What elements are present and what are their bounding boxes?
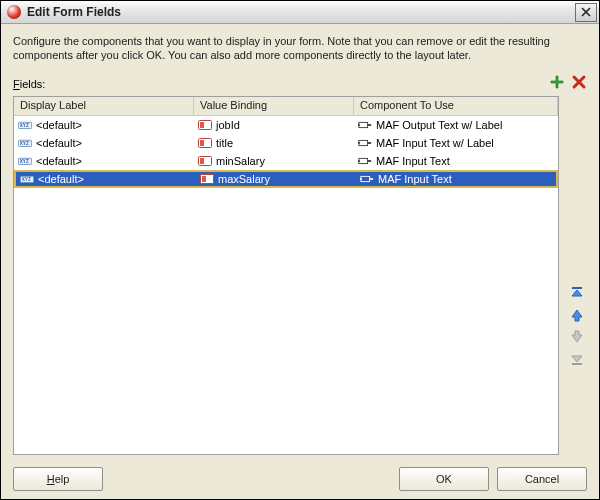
component-icon xyxy=(358,137,372,149)
button-bar: Help OK Cancel xyxy=(13,461,587,491)
close-icon xyxy=(581,7,591,17)
component-icon xyxy=(360,173,374,185)
binding-icon xyxy=(198,137,212,149)
arrow-down-icon xyxy=(570,330,584,344)
cell-value-binding: maxSalary xyxy=(196,173,356,185)
cell-value-binding: jobId xyxy=(194,119,354,131)
remove-field-button[interactable] xyxy=(571,74,587,90)
help-button[interactable]: Help xyxy=(13,467,103,491)
table-row[interactable]: XYZ<default>minSalaryMAF Input Text xyxy=(14,152,558,170)
component-text: MAF Input Text xyxy=(378,173,452,185)
svg-rect-19 xyxy=(368,160,372,162)
table-header: Display Label Value Binding Component To… xyxy=(14,97,558,116)
fields-label: Fields: xyxy=(13,78,45,90)
svg-rect-28 xyxy=(572,287,582,289)
svg-rect-24 xyxy=(202,176,206,182)
cell-display-label: XYZ<default> xyxy=(16,173,196,185)
component-text: MAF Output Text w/ Label xyxy=(376,119,502,131)
component-icon xyxy=(358,119,372,131)
svg-rect-6 xyxy=(358,124,360,126)
svg-rect-4 xyxy=(359,122,368,127)
table-body: XYZ<default>jobIdMAF Output Text w/ Labe… xyxy=(14,116,558,454)
text-field-icon: XYZ xyxy=(18,119,32,131)
svg-text:XYZ: XYZ xyxy=(20,141,29,146)
text-field-icon: XYZ xyxy=(18,155,32,167)
move-top-button[interactable] xyxy=(568,284,586,302)
cell-component: MAF Input Text w/ Label xyxy=(354,137,558,149)
move-up-button[interactable] xyxy=(568,306,586,324)
col-component[interactable]: Component To Use xyxy=(354,97,558,115)
dialog-window: Edit Form Fields Configure the component… xyxy=(0,0,600,500)
svg-rect-20 xyxy=(358,160,360,162)
svg-rect-17 xyxy=(200,158,204,164)
svg-text:XYZ: XYZ xyxy=(22,177,31,182)
component-icon xyxy=(358,155,372,167)
svg-text:XYZ: XYZ xyxy=(20,159,29,164)
cancel-button[interactable]: Cancel xyxy=(497,467,587,491)
cell-display-label: XYZ<default> xyxy=(14,155,194,167)
move-bottom-button[interactable] xyxy=(568,350,586,368)
table-area: Display Label Value Binding Component To… xyxy=(13,96,587,455)
ok-button[interactable]: OK xyxy=(399,467,489,491)
reorder-toolbar xyxy=(567,96,587,455)
arrow-bottom-icon xyxy=(570,352,584,366)
x-icon xyxy=(571,74,587,90)
close-button[interactable] xyxy=(575,3,597,22)
svg-rect-26 xyxy=(370,178,374,180)
svg-rect-29 xyxy=(572,363,582,365)
arrow-top-icon xyxy=(570,286,584,300)
value-binding-text: minSalary xyxy=(216,155,265,167)
fields-table[interactable]: Display Label Value Binding Component To… xyxy=(13,96,559,455)
binding-icon xyxy=(198,119,212,131)
dialog-content: Configure the components that you want t… xyxy=(1,24,599,499)
svg-text:XYZ: XYZ xyxy=(20,123,29,128)
svg-rect-12 xyxy=(368,142,372,144)
add-remove-toolbar xyxy=(549,74,587,90)
text-field-icon: XYZ xyxy=(20,173,34,185)
instructions-text: Configure the components that you want t… xyxy=(13,34,587,62)
component-text: MAF Input Text xyxy=(376,155,450,167)
value-binding-text: jobId xyxy=(216,119,240,131)
app-icon xyxy=(7,5,21,19)
svg-rect-5 xyxy=(368,124,372,126)
move-down-button[interactable] xyxy=(568,328,586,346)
cell-value-binding: minSalary xyxy=(194,155,354,167)
right-buttons: OK Cancel xyxy=(399,467,587,491)
table-row[interactable]: XYZ<default>maxSalaryMAF Input Text xyxy=(14,170,558,188)
add-field-button[interactable] xyxy=(549,74,565,90)
cell-display-label: XYZ<default> xyxy=(14,137,194,149)
svg-rect-25 xyxy=(361,176,370,181)
col-value-binding[interactable]: Value Binding xyxy=(194,97,354,115)
display-label-text: <default> xyxy=(36,155,82,167)
binding-icon xyxy=(200,173,214,185)
svg-rect-13 xyxy=(358,142,360,144)
svg-rect-18 xyxy=(359,158,368,163)
svg-rect-10 xyxy=(200,140,204,146)
arrow-up-icon xyxy=(570,308,584,322)
component-text: MAF Input Text w/ Label xyxy=(376,137,494,149)
svg-rect-27 xyxy=(360,178,362,180)
table-row[interactable]: XYZ<default>jobIdMAF Output Text w/ Labe… xyxy=(14,116,558,134)
cell-component: MAF Output Text w/ Label xyxy=(354,119,558,131)
window-title: Edit Form Fields xyxy=(27,5,569,19)
svg-rect-3 xyxy=(200,122,204,128)
value-binding-text: title xyxy=(216,137,233,149)
text-field-icon: XYZ xyxy=(18,137,32,149)
title-bar: Edit Form Fields xyxy=(1,1,599,24)
cell-display-label: XYZ<default> xyxy=(14,119,194,131)
display-label-text: <default> xyxy=(36,137,82,149)
table-row[interactable]: XYZ<default>titleMAF Input Text w/ Label xyxy=(14,134,558,152)
svg-rect-11 xyxy=(359,140,368,145)
cell-value-binding: title xyxy=(194,137,354,149)
col-display-label[interactable]: Display Label xyxy=(14,97,194,115)
fields-header-row: Fields: xyxy=(13,74,587,90)
binding-icon xyxy=(198,155,212,167)
plus-icon xyxy=(549,74,565,90)
cell-component: MAF Input Text xyxy=(356,173,556,185)
cell-component: MAF Input Text xyxy=(354,155,558,167)
display-label-text: <default> xyxy=(36,119,82,131)
display-label-text: <default> xyxy=(38,173,84,185)
value-binding-text: maxSalary xyxy=(218,173,270,185)
